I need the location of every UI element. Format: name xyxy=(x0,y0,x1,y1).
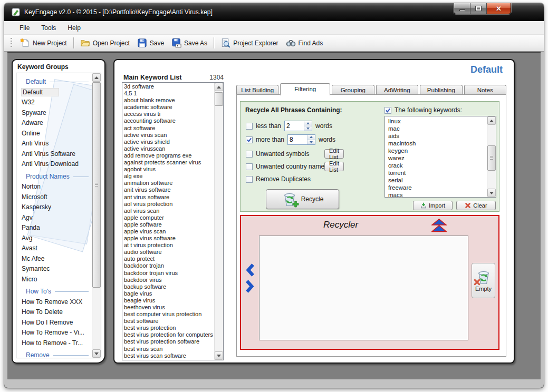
project-explorer-button[interactable]: Project Explorer xyxy=(217,36,282,50)
keyword-group-row[interactable]: Remove xyxy=(18,350,92,358)
title-bar[interactable]: KeyEngage v2.0 - © 2015 - [D:\Portfolio\… xyxy=(4,3,544,21)
keyword-list-item[interactable]: 3d software xyxy=(124,83,214,90)
keyword-list-item[interactable]: aol virus scan xyxy=(124,208,214,214)
filter-keyword-item[interactable]: macs xyxy=(388,191,487,197)
keyword-list-item[interactable]: accounting software xyxy=(124,117,214,124)
keyword-group-row[interactable]: Agv xyxy=(18,213,92,223)
keyword-group-row[interactable]: Panda xyxy=(18,223,92,233)
spin-up-button[interactable] xyxy=(304,121,312,126)
new-project-button[interactable]: New Project xyxy=(16,36,71,50)
keyword-group-row[interactable]: How To Delete xyxy=(18,307,92,318)
unwanted-symbols-checkbox[interactable] xyxy=(246,151,253,158)
keyword-list-item[interactable]: access virus ti xyxy=(124,111,214,117)
open-project-button[interactable]: Open Project xyxy=(76,36,133,50)
keyword-group-row[interactable]: Anti Virus Software xyxy=(18,149,92,160)
sidebar-scrollbar[interactable] xyxy=(92,73,101,358)
less-than-input[interactable] xyxy=(285,121,304,131)
scrollbar-thumb[interactable] xyxy=(215,92,223,106)
following-keywords-checkbox[interactable] xyxy=(384,107,391,114)
keyword-group-row[interactable]: Norton xyxy=(18,182,92,192)
keyword-list-item[interactable]: anit virus software xyxy=(124,187,214,193)
find-ads-button[interactable]: Find Ads xyxy=(282,36,327,50)
keyword-list-item[interactable]: best virus protection for computers xyxy=(124,331,214,338)
minimize-button[interactable] xyxy=(454,3,470,14)
menu-help[interactable]: Help xyxy=(62,22,86,34)
keyword-group-row[interactable]: How To Remove - Vi... xyxy=(18,328,92,338)
keyword-list-item[interactable]: at t virus protection xyxy=(124,242,214,249)
filter-keyword-item[interactable]: warez xyxy=(388,154,487,162)
empty-recycler-button[interactable]: Empty xyxy=(472,263,495,298)
keyword-group-row[interactable]: How To Remove XXX xyxy=(18,297,92,308)
more-than-checkbox[interactable] xyxy=(246,136,253,143)
import-button[interactable]: Import xyxy=(413,201,453,210)
keyword-list-item[interactable]: active virusscan xyxy=(124,145,214,152)
filter-keyword-item[interactable]: freeware xyxy=(388,184,487,191)
move-right-icon[interactable] xyxy=(245,280,255,293)
scroll-down-button[interactable] xyxy=(487,189,496,197)
keyword-list-item[interactable]: alg exe xyxy=(124,173,214,180)
keyword-list-item[interactable]: backup software xyxy=(124,283,214,290)
menu-file[interactable]: File xyxy=(14,22,35,34)
keyword-list-item[interactable]: best virus scan xyxy=(124,346,214,352)
keyword-list-item[interactable]: add remove programs exe xyxy=(124,152,214,159)
menu-tools[interactable]: Tools xyxy=(35,22,62,34)
keyword-group-row[interactable]: Microsoft xyxy=(18,192,92,203)
keyword-list-item[interactable]: against protects scanner virus xyxy=(124,159,214,166)
filter-keyword-item[interactable]: aids xyxy=(388,132,487,140)
remove-duplicates-checkbox[interactable] xyxy=(246,176,253,183)
filter-keyword-item[interactable]: macintosh xyxy=(388,140,487,147)
keyword-group-row[interactable]: How To's xyxy=(18,287,92,297)
scroll-down-button[interactable] xyxy=(92,349,101,358)
filter-keywords-scrollbar[interactable] xyxy=(487,116,496,197)
spin-up-button[interactable] xyxy=(307,135,315,140)
tab[interactable]: Publishing xyxy=(420,85,462,95)
filter-keyword-item[interactable]: keygen xyxy=(388,147,487,154)
tab[interactable]: AdWriting xyxy=(376,85,418,95)
keyword-list-item[interactable]: aol virus protection xyxy=(124,201,214,208)
keyword-list-item[interactable]: active virus shield xyxy=(124,139,214,145)
scroll-up-button[interactable] xyxy=(92,73,101,82)
edit-countries-list-button[interactable]: Edit List xyxy=(324,162,344,171)
keyword-group-row[interactable]: How Do I Remove xyxy=(18,318,92,328)
keyword-group-row[interactable]: Avg xyxy=(18,233,92,244)
keyword-group-row[interactable]: Default xyxy=(18,77,92,87)
keyword-list-item[interactable]: best virus protection software xyxy=(124,338,214,345)
keyword-list-item[interactable]: beagle virus xyxy=(124,297,214,304)
filter-keyword-item[interactable]: crack xyxy=(388,162,487,169)
scrollbar-thumb[interactable] xyxy=(92,82,101,288)
keyword-list-item[interactable]: best virus scan software xyxy=(124,352,214,359)
keyword-list-item[interactable]: best virus protection xyxy=(124,325,214,331)
keyword-list-item[interactable]: bagle virus xyxy=(124,290,214,297)
keyword-group-row[interactable]: W32 xyxy=(18,97,92,108)
maximize-button[interactable] xyxy=(470,3,487,14)
keyword-list-item[interactable]: backdoor virus xyxy=(124,277,214,283)
spin-down-button[interactable] xyxy=(304,126,312,131)
keyword-list-item[interactable]: act software xyxy=(124,125,214,132)
keyword-group-row[interactable]: Spyware xyxy=(18,108,92,119)
collapse-up-icon[interactable] xyxy=(431,219,447,233)
tab[interactable]: Grouping xyxy=(332,85,374,95)
edit-symbols-list-button[interactable]: Edit List xyxy=(324,149,344,159)
recycler-listbox[interactable] xyxy=(259,236,468,340)
keyword-list-item[interactable]: backdoor trojan xyxy=(124,262,214,269)
scroll-down-button[interactable] xyxy=(215,351,223,360)
filter-keyword-item[interactable]: linux xyxy=(388,117,487,125)
tab[interactable]: Filtering xyxy=(280,83,330,95)
keyword-group-row[interactable]: Product Names xyxy=(18,172,92,182)
keyword-group-row[interactable]: Avast xyxy=(18,243,92,254)
keyword-list-item[interactable]: apple computer xyxy=(124,214,214,221)
clear-button[interactable]: Clear xyxy=(456,201,496,210)
unwanted-countries-checkbox[interactable] xyxy=(246,163,253,170)
keyword-list-item[interactable]: audio software xyxy=(124,249,214,256)
keyword-group-row[interactable]: Online xyxy=(18,129,92,139)
keyword-group-row[interactable]: How to Remove - Tr... xyxy=(18,338,92,349)
save-button[interactable]: Save xyxy=(133,36,168,50)
keyword-list-item[interactable]: beethoven virus xyxy=(124,304,214,311)
filter-keyword-item[interactable]: serial xyxy=(388,177,487,184)
toolbar-grip[interactable] xyxy=(11,38,12,48)
move-left-icon[interactable] xyxy=(245,263,255,277)
more-than-input[interactable] xyxy=(288,135,307,144)
keyword-group-row[interactable]: Adware xyxy=(18,118,92,129)
keyword-list-item[interactable]: backdoor trojan virus xyxy=(124,270,214,277)
keyword-list-item[interactable]: apple virus scan xyxy=(124,228,214,235)
